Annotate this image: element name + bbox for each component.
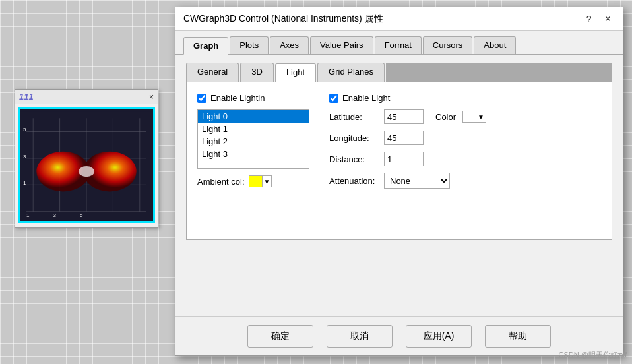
attenuation-row: Attenuation: None Linear Quadratic: [329, 173, 601, 189]
light-list-item-1[interactable]: Light 1: [198, 123, 309, 135]
light-color-arrow-icon[interactable]: ▼: [476, 113, 486, 121]
longitude-row: Longitude:: [329, 131, 601, 145]
preview-content: 5 3 1 1 3 5: [18, 107, 155, 223]
top-tab-bar: Graph Plots Axes Value Pairs Format Curs…: [175, 31, 623, 55]
enable-lighting-checkbox[interactable]: [197, 94, 206, 103]
dialog-titlebar: CWGraph3D Control (National Instruments)…: [175, 7, 623, 31]
attenuation-select[interactable]: None Linear Quadratic: [384, 173, 450, 189]
svg-text:1: 1: [23, 180, 26, 186]
tab-grid-planes[interactable]: Grid Planes: [317, 63, 385, 82]
preview-title: 111: [19, 92, 34, 102]
preview-graph: 5 3 1 1 3 5: [20, 109, 153, 221]
light-panel: Enable Lightin Light 0 Light 1 Light 2 L…: [197, 93, 601, 195]
ambient-color-button[interactable]: ▼: [249, 175, 272, 187]
preview-titlebar: 111 ×: [15, 90, 158, 104]
tab-general[interactable]: General: [186, 63, 239, 82]
second-tab-bar: General 3D Light Grid Planes: [186, 63, 612, 82]
ambient-color-arrow-icon[interactable]: ▼: [263, 178, 272, 185]
light-color-button[interactable]: ▼: [462, 111, 486, 123]
preview-window: 111 ×: [15, 89, 158, 228]
svg-text:3: 3: [23, 154, 26, 160]
dialog-footer: 确定 取消 应用(A) 帮助: [175, 316, 623, 355]
enable-light-row: Enable Light: [329, 93, 601, 103]
enable-lighting-row: Enable Lightin: [197, 93, 316, 103]
ambient-color-swatch: [249, 176, 263, 187]
tab-axes[interactable]: Axes: [270, 36, 309, 54]
light-color-swatch: [463, 111, 476, 122]
enable-light-checkbox[interactable]: [329, 94, 338, 103]
latitude-input[interactable]: [384, 109, 424, 124]
latitude-label: Latitude:: [329, 112, 379, 122]
preview-close-button[interactable]: ×: [149, 92, 154, 102]
dialog-close-button[interactable]: ×: [601, 12, 615, 26]
svg-text:1: 1: [26, 212, 30, 218]
tab-graph[interactable]: Graph: [183, 37, 228, 55]
latitude-row: Latitude: Color ▼: [329, 109, 601, 124]
light-left-column: Enable Lightin Light 0 Light 1 Light 2 L…: [197, 93, 316, 195]
ambient-color-label: Ambient col:: [197, 177, 245, 187]
light-tab-panel: Enable Lightin Light 0 Light 1 Light 2 L…: [186, 82, 612, 240]
tab-value-pairs[interactable]: Value Pairs: [310, 36, 373, 54]
distance-label: Distance:: [329, 154, 379, 164]
light-list-item-2[interactable]: Light 2: [198, 135, 309, 148]
attenuation-label: Attenuation:: [329, 176, 379, 186]
svg-point-12: [79, 166, 94, 177]
svg-text:5: 5: [23, 127, 26, 133]
light-right-column: Enable Light Latitude: Color ▼ Longitude…: [329, 93, 601, 195]
tab-plots[interactable]: Plots: [230, 36, 269, 54]
dialog-content: General 3D Light Grid Planes Enable Ligh…: [175, 55, 623, 248]
tab-format[interactable]: Format: [375, 36, 422, 54]
apply-button[interactable]: 应用(A): [406, 325, 472, 348]
enable-light-label: Enable Light: [342, 93, 390, 103]
tab-3d[interactable]: 3D: [240, 63, 274, 82]
dialog-help-button[interactable]: ?: [583, 13, 596, 26]
light-list-item-3[interactable]: Light 3: [198, 148, 309, 160]
ambient-color-row: Ambient col: ▼: [197, 175, 316, 187]
svg-text:5: 5: [80, 212, 83, 218]
longitude-label: Longitude:: [329, 133, 379, 143]
ok-button[interactable]: 确定: [247, 325, 313, 348]
tab-about[interactable]: About: [474, 36, 516, 54]
dialog-title: CWGraph3D Control (National Instruments)…: [183, 13, 383, 25]
watermark: CSDN @明天你好zxf: [559, 350, 627, 360]
dialog-controls: ? ×: [583, 12, 615, 26]
color-label: Color: [435, 112, 456, 122]
svg-text:3: 3: [53, 212, 57, 218]
distance-row: Distance:: [329, 152, 601, 166]
tab-cursors[interactable]: Cursors: [423, 36, 473, 54]
light-list-item-0[interactable]: Light 0: [198, 110, 309, 123]
longitude-input[interactable]: [384, 131, 424, 145]
enable-lighting-label: Enable Lightin: [210, 93, 265, 103]
light-list[interactable]: Light 0 Light 1 Light 2 Light 3: [197, 109, 309, 169]
cancel-button[interactable]: 取消: [327, 325, 393, 348]
tab-light[interactable]: Light: [275, 63, 316, 82]
distance-input[interactable]: [384, 152, 424, 166]
help-button[interactable]: 帮助: [485, 325, 551, 348]
main-dialog: CWGraph3D Control (National Instruments)…: [175, 7, 623, 356]
